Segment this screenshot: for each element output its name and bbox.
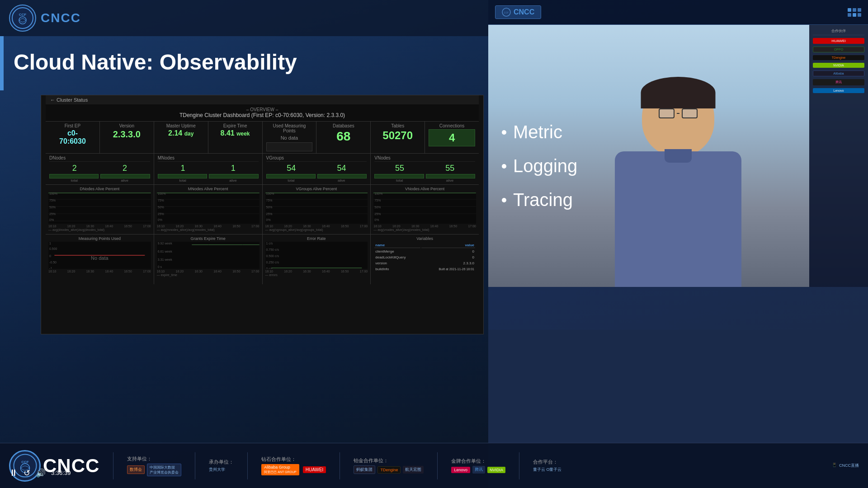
table-row: buildInfo Built at 2021-11-26 18:01 xyxy=(374,267,475,272)
chart-vnodes-alive: VNodes Alive Percent 100% 75% 50% 25% 0% xyxy=(371,185,479,234)
divider6 xyxy=(519,452,519,479)
cncc-header-badge: CCF CNCC xyxy=(495,5,541,19)
svg-text:CCF: CCF xyxy=(19,13,27,17)
node-group-vgroups: VGroups 54 54 total alive xyxy=(263,154,371,184)
svg-point-0 xyxy=(12,8,33,28)
node-group-mnodes: MNodes 1 1 total alive xyxy=(154,154,263,184)
speaker-shirt xyxy=(615,151,741,287)
chart-grants-expire: Grants Expire Time 9.92 week 6.61 week 3… xyxy=(154,235,263,284)
support-section: 支持单位： 数博会 中国国际大数据产业博览会执委会 xyxy=(127,455,181,476)
platform-label: 合作平台： xyxy=(533,459,562,465)
node-group-vnodes: VNodes 55 55 total alive xyxy=(371,154,479,184)
divider2 xyxy=(195,452,195,479)
cncc-badge-text: CNCC xyxy=(514,8,534,16)
bullet-dot xyxy=(502,198,506,202)
node-group-dnodes: DNodes 2 2 total alive xyxy=(46,154,154,184)
table-row: version 2.3.3.0 xyxy=(374,261,475,266)
node-section: DNodes 2 2 total alive xyxy=(46,154,479,185)
dashboard-panel: ← Cluster Status – OVERVIEW – TDengine C… xyxy=(41,95,484,334)
right-panel: CCF CNCC xyxy=(488,0,868,330)
divider4 xyxy=(340,452,340,479)
diamond-section: 钻石合作单位： Alibaba Group阿里巴巴 ANT GROUP HUAW… xyxy=(261,456,326,475)
diamond-logos: Alibaba Group阿里巴巴 ANT GROUP HUAWEI xyxy=(261,464,326,475)
hosting-section: 承办单位： 贵州大学 xyxy=(209,459,234,473)
bullet-text-logging: Logging xyxy=(513,156,577,176)
stat-connections: Connections 4 xyxy=(425,122,479,153)
bullet-logging: Logging xyxy=(502,156,577,176)
gold-logos: Lenovo 腾讯 NVIDIA xyxy=(451,466,505,474)
media-controls: ⏸ ↺ 🔊 3:36:39 xyxy=(9,468,71,478)
bullet-text-tracing: Tracing xyxy=(513,190,573,210)
diamond-label: 钻石合作单位： xyxy=(261,456,326,463)
bottom-bar: CCF CNCC 支持单位： 数博会 中国国际大数据产业博览会执委会 承办单位：… xyxy=(0,443,868,488)
bullet-dot xyxy=(502,164,506,169)
support-label: 支持单位： xyxy=(127,455,181,462)
chart-vgroups-alive: VGroups Alive Percent 100% 75% 50% 25% 0… xyxy=(263,185,371,234)
side-logos-panel: 合作伙伴 HUAWEI OPPO TDengine NVIDIA Alibaba… xyxy=(809,25,868,287)
replay-button[interactable]: ↺ xyxy=(24,468,30,478)
table-row: deadLockKillQuery 0 xyxy=(374,255,475,260)
cluster-status-label: ← Cluster Status xyxy=(50,97,88,103)
chart-mnodes-alive: MNodes Alive Percent 100% 75% 50% 25% 0% xyxy=(154,185,263,234)
gold-section: 金牌合作单位： Lenovo 腾讯 NVIDIA xyxy=(451,458,505,474)
chart-dnodes-alive: DNodes Alive Percent 100% 75% 50% 25% 0% xyxy=(46,185,154,234)
cncc-logo-text: CNCC xyxy=(41,11,81,25)
dashboard-container: ← Cluster Status – OVERVIEW – TDengine C… xyxy=(41,95,484,334)
cncc-logo-circle: CCF xyxy=(9,5,36,32)
header-icons xyxy=(848,8,861,17)
slide-header: CCF CNCC xyxy=(0,0,488,36)
chart-measuring-points: Measuring Points Used 1 0.500 0 -0.50 -1… xyxy=(46,235,154,284)
gold-label: 金牌合作单位： xyxy=(451,458,505,465)
hosting-label: 承办单位： xyxy=(209,459,234,465)
speaker-hair xyxy=(641,77,716,108)
logo-area: CCF CNCC xyxy=(9,5,81,32)
right-header: CCF CNCC xyxy=(488,0,868,25)
stat-version: Version 2.3.3.0 xyxy=(100,122,154,153)
stats-row: First EP c0-70:6030 Version 2.3.3.0 Mast… xyxy=(46,122,479,154)
slide-title: Cloud Native: Observability xyxy=(0,36,488,84)
support-logos: 数博会 中国国际大数据产业博览会执委会 xyxy=(127,464,181,476)
stat-master-uptime: Master Uptime 2.14 day xyxy=(154,122,208,153)
bullet-points-area: Metric Logging Tracing xyxy=(502,122,577,224)
table-row: clientMerge 0 xyxy=(374,249,475,254)
bullet-text-metric: Metric xyxy=(513,122,562,142)
mute-button[interactable]: 🔊 xyxy=(36,468,46,478)
charts-row1: DNodes Alive Percent 100% 75% 50% 25% 0% xyxy=(46,185,479,235)
play-pause-button[interactable]: ⏸ xyxy=(9,468,18,478)
divider5 xyxy=(437,452,438,479)
time-display: 3:36:39 xyxy=(51,469,71,476)
bullet-metric: Metric xyxy=(502,122,577,142)
platinum-label: 铂金合作单位： xyxy=(354,457,424,464)
speaker-body xyxy=(588,61,769,287)
panel-variables: Variables name value clientMerge 0 xyxy=(371,235,479,284)
svg-point-2 xyxy=(19,17,26,24)
variables-table: name value clientMerge 0 deadLockKillQue… xyxy=(373,242,476,272)
stat-databases: Databases 68 xyxy=(316,122,371,153)
var-col-value: value xyxy=(421,243,475,248)
stat-used-measuring: Used Measuring Points No data xyxy=(263,122,317,153)
var-col-name: name xyxy=(374,243,420,248)
main-presentation: CCF CNCC Cloud Native: Observability ← C… xyxy=(0,0,488,488)
divider3 xyxy=(247,452,248,479)
divider1 xyxy=(113,452,113,479)
stat-first-ep: First EP c0-70:6030 xyxy=(46,122,100,153)
stat-expire-time: Expire Time 8.41 week xyxy=(208,122,263,153)
bullet-tracing: Tracing xyxy=(502,190,577,210)
social-section: 📱 CNCC直播 xyxy=(832,463,859,469)
platinum-logos: 蚂蚁集团 TDengine 航天宏图 xyxy=(354,465,424,474)
hosting-logo: 贵州大学 xyxy=(209,467,234,473)
overview-label: – OVERVIEW – TDengine Cluster Dashboard … xyxy=(46,104,479,122)
chart-error-rate: Error Rate 1 c/s 0.750 c/s 0.500 c/s 0.2… xyxy=(263,235,371,284)
stat-tables: Tables 50270 xyxy=(371,122,425,153)
speaker-glasses xyxy=(659,108,698,118)
charts-row2: Measuring Points Used 1 0.500 0 -0.50 -1… xyxy=(46,235,479,284)
platinum-section: 铂金合作单位： 蚂蚁集团 TDengine 航天宏图 xyxy=(354,457,424,474)
bullet-dot xyxy=(502,130,506,135)
accent-bar xyxy=(0,36,4,90)
dashboard-topbar: ← Cluster Status xyxy=(46,95,479,104)
platform-section: 合作平台： 量子云 O量子云 xyxy=(533,459,562,473)
svg-text:CCF: CCF xyxy=(504,11,509,14)
